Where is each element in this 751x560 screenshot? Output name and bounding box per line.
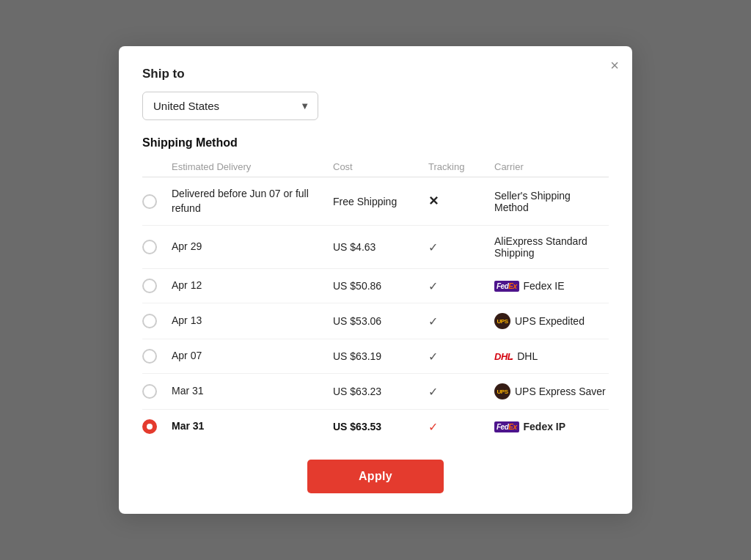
tracking-indicator: ✓: [425, 314, 491, 328]
ups-logo: UPS: [494, 313, 510, 329]
radio-button[interactable]: [142, 384, 157, 399]
delivery-date: Apr 13: [169, 314, 330, 328]
carrier-info: UPSUPS Express Saver: [491, 383, 609, 399]
radio-button[interactable]: [142, 419, 157, 434]
shipping-cost: US $63.53: [330, 421, 425, 432]
carrier-info: FedExFedex IP: [491, 421, 609, 432]
fedex-logo: FedEx: [494, 281, 519, 292]
table-row[interactable]: Apr 29US $4.63✓AliExpress Standard Shipp…: [142, 226, 609, 269]
carrier-info: FedExFedex IE: [491, 280, 609, 292]
delivery-date: Apr 29: [169, 240, 330, 254]
shipping-cost: US $53.06: [330, 315, 425, 327]
table-row[interactable]: Mar 31US $63.53✓FedExFedex IP: [142, 410, 609, 443]
tracking-indicator: ✓: [425, 420, 491, 434]
country-select[interactable]: United States Canada United Kingdom Aust…: [142, 92, 318, 120]
tracking-indicator: ✓: [425, 240, 491, 254]
carrier-name: Seller's Shipping Method: [494, 190, 606, 213]
carrier-name: DHL: [517, 350, 538, 362]
fedex-logo: FedEx: [494, 421, 519, 432]
carrier-name: UPS Expedited: [515, 315, 585, 327]
carrier-name: Fedex IP: [524, 421, 566, 432]
carrier-info: AliExpress Standard Shipping: [491, 235, 609, 259]
shipping-cost: Free Shipping: [330, 196, 425, 207]
radio-button[interactable]: [142, 314, 157, 328]
col-carrier: Carrier: [491, 161, 609, 172]
tracking-indicator: ✓: [425, 385, 491, 399]
tracking-indicator: ✓: [425, 279, 491, 293]
radio-button[interactable]: [142, 194, 157, 209]
radio-button[interactable]: [142, 279, 157, 293]
shipping-cost: US $4.63: [330, 241, 425, 253]
shipping-method-title: Shipping Method: [142, 136, 609, 150]
apply-button[interactable]: Apply: [307, 460, 444, 493]
carrier-info: DHLDHL: [491, 350, 609, 362]
country-select-wrapper: United States Canada United Kingdom Aust…: [142, 92, 318, 120]
shipping-cost: US $63.19: [330, 350, 425, 362]
col-radio: [142, 161, 169, 172]
table-row[interactable]: Apr 12US $50.86✓FedExFedex IE: [142, 269, 609, 303]
table-row[interactable]: Delivered before Jun 07 or full refundFr…: [142, 177, 609, 226]
carrier-name: AliExpress Standard Shipping: [494, 235, 606, 259]
carrier-info: Seller's Shipping Method: [491, 190, 609, 213]
close-button[interactable]: ×: [610, 58, 619, 73]
table-row[interactable]: Apr 13US $53.06✓UPSUPS Expedited: [142, 303, 609, 339]
carrier-name: Fedex IE: [524, 280, 565, 292]
ups-logo: UPS: [494, 383, 510, 399]
dhl-logo: DHL: [494, 351, 513, 362]
shipping-cost: US $63.23: [330, 386, 425, 397]
delivery-date: Delivered before Jun 07 or full refund: [169, 187, 330, 215]
table-header: Estimated Delivery Cost Tracking Carrier: [142, 157, 609, 177]
table-row[interactable]: Mar 31US $63.23✓UPSUPS Express Saver: [142, 374, 609, 410]
shipping-modal: Ship to × United States Canada United Ki…: [119, 46, 632, 514]
col-cost: Cost: [330, 161, 425, 172]
col-tracking: Tracking: [425, 161, 491, 172]
tracking-indicator: ✕: [425, 194, 491, 209]
radio-button[interactable]: [142, 240, 157, 254]
carrier-info: UPSUPS Expedited: [491, 313, 609, 329]
table-row[interactable]: Apr 07US $63.19✓DHLDHL: [142, 339, 609, 374]
radio-button[interactable]: [142, 349, 157, 364]
tracking-indicator: ✓: [425, 350, 491, 364]
delivery-date: Mar 31: [169, 384, 330, 399]
shipping-cost: US $50.86: [330, 280, 425, 292]
carrier-name: UPS Express Saver: [515, 386, 606, 397]
shipping-rows-container: Delivered before Jun 07 or full refundFr…: [142, 177, 609, 443]
col-delivery: Estimated Delivery: [169, 161, 330, 172]
ship-to-title: Ship to: [142, 67, 609, 81]
delivery-date: Apr 07: [169, 349, 330, 364]
apply-button-wrapper: Apply: [142, 460, 609, 493]
delivery-date: Apr 12: [169, 279, 330, 293]
delivery-date: Mar 31: [169, 419, 330, 434]
